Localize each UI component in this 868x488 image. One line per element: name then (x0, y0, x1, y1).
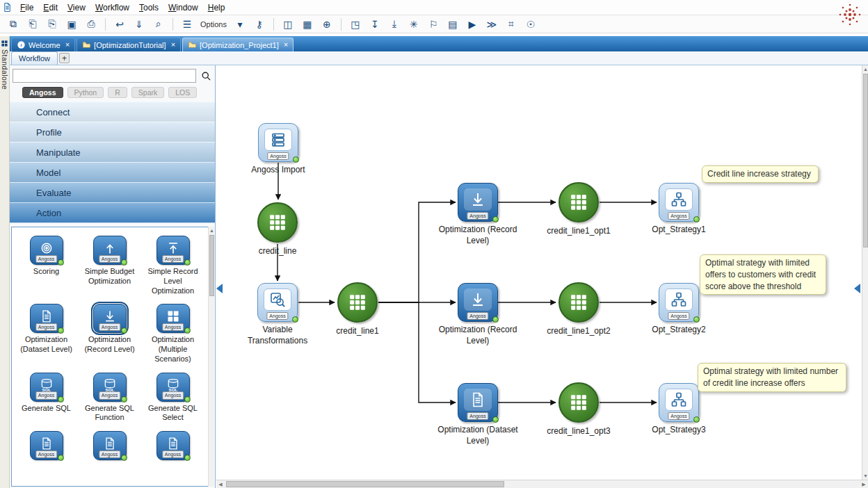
save-icon[interactable]: ▣ (64, 17, 79, 31)
menu-view[interactable]: View (63, 1, 90, 15)
data-table-icon[interactable]: ▦ (300, 17, 315, 31)
run-to-end-icon[interactable]: ≫ (484, 17, 499, 31)
node-opt-strategy2[interactable]: Angoss (659, 283, 699, 322)
palette-item-simple-budget-optimization[interactable]: AngossSimple Budget Optimization (81, 236, 139, 295)
calculator-icon[interactable]: ⌗ (504, 17, 519, 31)
search-icon[interactable] (199, 69, 213, 83)
palette-item-optimization-dataset-level[interactable]: AngossOptimization (Dataset Level) (17, 304, 76, 364)
download-data-icon[interactable]: ⤓ (387, 17, 402, 31)
angoss-badge: Angoss (35, 450, 57, 458)
category-action[interactable]: Action (10, 203, 215, 223)
pin-icon[interactable]: ↧ (367, 17, 383, 31)
palette-item[interactable]: Angoss (17, 431, 76, 462)
tab-optimizationtutorial[interactable]: [OptimizationTutorial]× (77, 38, 181, 51)
duplicate-workflow-icon[interactable]: ⎘ (45, 17, 60, 31)
filter-angoss[interactable]: Angoss (22, 87, 63, 98)
palette-item-optimization-multiple-scenarios[interactable]: AngossOptimization (Multiple Scenarios) (144, 304, 202, 364)
filter-spark[interactable]: Spark (131, 87, 164, 98)
scroll-up-icon[interactable]: ▲ (209, 227, 215, 234)
node-credit-line1-opt2[interactable] (558, 282, 599, 323)
import-workflow-icon[interactable]: ⧉ (6, 17, 21, 31)
palette-item-simple-record-level-optimization[interactable]: AngossSimple Record Level Optimization (144, 236, 202, 295)
palette-scrollbar[interactable]: ▲ (208, 227, 214, 487)
standalone-rail[interactable]: Standalone (0, 36, 10, 488)
connections-key-icon[interactable]: ⚷ (252, 17, 267, 31)
scroll-up-icon[interactable]: ▲ (862, 65, 868, 73)
search-input[interactable] (13, 69, 196, 83)
category-model[interactable]: Model (10, 163, 215, 183)
collapse-sidebar-handle[interactable] (216, 284, 223, 293)
filter-r[interactable]: R (108, 87, 127, 98)
node-opt-strategy3[interactable]: Angoss (659, 383, 699, 422)
horizontal-scrollbar-thumb[interactable] (226, 481, 504, 487)
collapse-canvas-handle[interactable] (854, 284, 860, 293)
undo-icon[interactable]: ↩ (112, 17, 127, 31)
palette-item-scoring[interactable]: AngossScoring (17, 236, 76, 295)
vertical-scrollbar-thumb[interactable] (863, 74, 868, 247)
tab-workflow[interactable]: Workflow (11, 51, 58, 65)
filter-python[interactable]: Python (67, 87, 104, 98)
sticky-note[interactable]: Optimal strategy with limited number of … (698, 363, 846, 392)
options-caret-icon[interactable]: ▾ (232, 17, 248, 31)
palette-scrollbar-thumb[interactable] (209, 235, 214, 296)
palette-item[interactable]: Angoss (81, 431, 139, 462)
palette-item-generate-sql-function[interactable]: SQLAngossGenerate SQL Function (81, 373, 139, 423)
menu-workflow[interactable]: Workflow (90, 1, 134, 15)
flag-icon[interactable]: ⚐ (426, 17, 441, 31)
menu-tools[interactable]: Tools (134, 1, 163, 15)
palette-item[interactable]: Angoss (144, 431, 202, 462)
report-icon[interactable]: ▤ (445, 17, 460, 31)
category-profile[interactable]: Profile (10, 122, 215, 143)
node-optimization-dataset-level[interactable]: Angoss (458, 383, 498, 422)
tab-optimization-project1[interactable]: [Optimization_Project1]× (182, 38, 294, 51)
node-variable-transformations[interactable]: Angoss (257, 283, 298, 322)
fit-view-icon[interactable]: ⊕ (319, 17, 335, 31)
menu-edit[interactable]: Edit (38, 1, 63, 15)
options-sliders-icon[interactable]: ☰ (179, 17, 195, 31)
target-icon (40, 241, 54, 255)
palette-item-generate-sql-select[interactable]: SQLAngossGenerate SQL Select (144, 373, 202, 423)
tab-close-icon[interactable]: × (65, 41, 70, 49)
node-opt-strategy1[interactable]: Angoss (659, 183, 699, 222)
scroll-left-icon[interactable]: ◀ (216, 480, 225, 488)
open-workflow-icon[interactable]: ⎗ (25, 17, 40, 31)
category-connect[interactable]: Connect (10, 102, 215, 122)
tab-close-icon[interactable]: × (171, 41, 175, 49)
options-label[interactable]: Options (199, 20, 228, 29)
run-node-icon[interactable]: ◳ (348, 17, 363, 31)
palette-item-generate-sql[interactable]: SQLAngossGenerate SQL (17, 373, 76, 423)
node-optimization-record-level-2[interactable]: Angoss (458, 283, 498, 322)
menu-window[interactable]: Window (163, 1, 203, 15)
node-angoss-import[interactable]: Angoss (258, 123, 298, 162)
tab-close-icon[interactable]: × (284, 41, 288, 49)
sticky-note[interactable]: Credit line increase strategy (702, 165, 819, 183)
status-dot (492, 316, 499, 323)
scroll-right-icon[interactable]: ▶ (860, 480, 868, 488)
export-icon[interactable]: ⇓ (131, 17, 147, 31)
palette-item-label: Generate SQL Select (144, 404, 202, 423)
workflow-canvas[interactable]: AngossAngoss Importcredit_lineAngossVari… (216, 65, 862, 480)
canvas-vertical-scrollbar[interactable]: ▲ ▼ (862, 65, 868, 480)
scroll-down-icon[interactable]: ▼ (862, 472, 868, 480)
play-icon[interactable]: ▶ (465, 17, 480, 31)
category-evaluate[interactable]: Evaluate (10, 183, 215, 203)
refresh-all-icon[interactable]: ✳ (406, 17, 421, 31)
menu-help[interactable]: Help (203, 1, 230, 15)
find-in-workflow-icon[interactable]: ⌕ (151, 17, 166, 31)
node-credit-line1-opt1[interactable] (558, 182, 599, 222)
node-credit-line1-opt3[interactable] (558, 382, 599, 423)
add-workflow-tab-button[interactable]: + (59, 53, 70, 63)
menu-file[interactable]: File (15, 1, 38, 15)
filter-los[interactable]: LOS (168, 87, 197, 98)
palette-item-optimization-record-level[interactable]: AngossOptimization (Record Level) (81, 304, 139, 364)
node-optimization-record-level-1[interactable]: Angoss (458, 183, 498, 222)
canvas-horizontal-scrollbar[interactable]: ◀ ▶ (216, 480, 868, 488)
category-manipulate[interactable]: Manipulate (10, 143, 215, 163)
node-credit-line[interactable] (257, 202, 298, 243)
tab-welcome[interactable]: iWelcome× (11, 38, 75, 51)
split-view-icon[interactable]: ◫ (280, 17, 296, 31)
print-icon[interactable]: ⎙ (83, 17, 99, 31)
sticky-note[interactable]: Optimal strategy with limited offers to … (700, 254, 826, 295)
node-credit-line1[interactable] (337, 282, 378, 323)
pan-icon[interactable]: ☉ (523, 17, 538, 31)
